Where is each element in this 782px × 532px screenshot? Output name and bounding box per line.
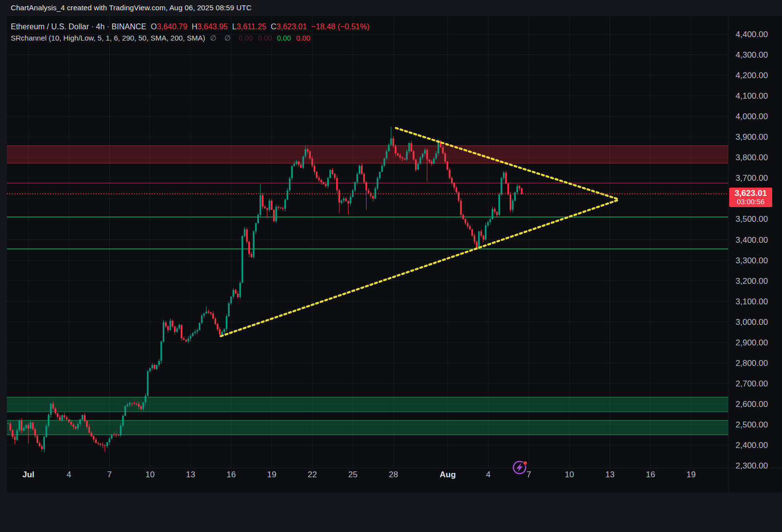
candle bbox=[298, 162, 299, 165]
candle bbox=[172, 321, 173, 327]
candle bbox=[253, 232, 254, 257]
candle bbox=[153, 365, 155, 369]
candle bbox=[419, 157, 421, 164]
candle bbox=[482, 235, 484, 239]
candle bbox=[467, 223, 468, 226]
price-axis-label: 2,700.00 bbox=[736, 379, 768, 388]
indicator-value-4: 0.00 bbox=[296, 34, 310, 42]
candle bbox=[487, 222, 489, 225]
price-axis-label: 3,800.00 bbox=[736, 153, 768, 162]
candle bbox=[388, 145, 390, 151]
ohlc-close-value: 3,623.01 bbox=[277, 22, 307, 31]
candle bbox=[192, 333, 194, 336]
candle bbox=[34, 429, 36, 436]
candle bbox=[147, 371, 149, 396]
candle bbox=[100, 444, 101, 445]
candle bbox=[88, 427, 90, 433]
candle bbox=[521, 188, 522, 193]
time-axis-label: 16 bbox=[646, 470, 655, 479]
stream-event-icon[interactable] bbox=[514, 461, 528, 474]
candle bbox=[72, 425, 74, 426]
candle bbox=[93, 436, 94, 440]
price-axis[interactable]: 4,400.004,300.004,200.004,100.004,000.00… bbox=[736, 30, 768, 470]
indicator-name[interactable]: SRchannel (10, High/Low, 5, 1, 6, 290, 5… bbox=[11, 34, 205, 42]
candle bbox=[492, 209, 493, 219]
candle bbox=[235, 290, 236, 294]
candle bbox=[19, 421, 20, 430]
time-axis-label: 19 bbox=[267, 470, 277, 479]
candle bbox=[406, 151, 408, 160]
candle bbox=[163, 322, 164, 341]
indicator-legend-row[interactable]: SRchannel (10, High/Low, 5, 1, 6, 290, 5… bbox=[11, 34, 310, 43]
tradingview-chart-widget: 4,400.004,300.004,200.004,100.004,000.00… bbox=[0, 0, 782, 532]
indicator-hidden-icons[interactable]: ∅ ∅ bbox=[210, 34, 234, 42]
time-axis-label: Aug bbox=[439, 470, 456, 479]
candle bbox=[399, 155, 401, 157]
symbol-title[interactable]: Ethereum / U.S. Dollar · 4h · BINANCE bbox=[11, 22, 146, 31]
price-axis-label: 3,300.00 bbox=[736, 256, 768, 265]
candle bbox=[133, 404, 135, 404]
candle bbox=[113, 435, 114, 435]
candle bbox=[122, 416, 124, 426]
candle bbox=[447, 162, 448, 170]
price-axis-label: 4,000.00 bbox=[736, 112, 768, 121]
candle bbox=[397, 153, 398, 155]
time-axis-label: 10 bbox=[565, 470, 574, 479]
candle bbox=[278, 207, 279, 207]
candle bbox=[246, 229, 247, 241]
candle bbox=[318, 178, 320, 180]
price-axis-label: 3,400.00 bbox=[736, 235, 768, 245]
candle bbox=[442, 147, 443, 153]
candle bbox=[52, 404, 54, 408]
candle bbox=[289, 178, 290, 191]
chart-canvas[interactable]: 4,400.004,300.004,200.004,100.004,000.00… bbox=[0, 0, 782, 532]
candle bbox=[384, 158, 385, 166]
candle bbox=[45, 426, 47, 437]
candle bbox=[321, 180, 322, 182]
lightning-icon bbox=[517, 463, 523, 472]
triangle-upper[interactable] bbox=[396, 128, 619, 199]
candle bbox=[415, 160, 416, 170]
candle bbox=[429, 160, 430, 162]
candle bbox=[392, 138, 394, 146]
candle bbox=[411, 143, 412, 151]
candle bbox=[314, 166, 315, 172]
candle bbox=[57, 413, 58, 417]
ohlc-open-label: O bbox=[151, 22, 156, 31]
time-axis[interactable]: Jul4710131619222528Aug4710131619 bbox=[22, 470, 696, 479]
candle bbox=[183, 338, 184, 340]
candle bbox=[424, 150, 426, 154]
candle bbox=[7, 424, 9, 424]
candle bbox=[59, 417, 61, 420]
candle bbox=[408, 143, 410, 151]
candle bbox=[124, 406, 126, 416]
price-axis-label: 3,900.00 bbox=[736, 132, 768, 142]
candle bbox=[379, 172, 380, 178]
candle bbox=[311, 158, 313, 166]
candle bbox=[61, 415, 63, 421]
candle bbox=[417, 164, 419, 170]
candle bbox=[503, 172, 504, 178]
candle bbox=[167, 326, 169, 330]
candle bbox=[104, 446, 106, 447]
candle bbox=[422, 154, 423, 158]
candle bbox=[469, 226, 471, 229]
candle bbox=[118, 435, 119, 436]
candle bbox=[158, 361, 160, 365]
candle bbox=[77, 424, 79, 428]
sr-zone-green bbox=[7, 397, 728, 412]
bar-countdown: 03:00:56 bbox=[737, 198, 764, 206]
last-price-value: 3,623.01 bbox=[735, 189, 767, 198]
candle bbox=[219, 329, 220, 335]
ohlc-open-value: 3,640.79 bbox=[157, 22, 187, 31]
candle bbox=[221, 332, 223, 335]
candle bbox=[156, 365, 157, 369]
last-price-badge: 3,623.01 03:00:56 bbox=[729, 188, 772, 207]
candle bbox=[462, 215, 464, 219]
candle bbox=[449, 170, 450, 178]
triangle-lower[interactable] bbox=[221, 200, 619, 336]
candle bbox=[325, 184, 326, 186]
candle bbox=[519, 186, 520, 188]
candle bbox=[212, 314, 214, 319]
symbol-legend-row[interactable]: Ethereum / U.S. Dollar · 4h · BINANCEO3,… bbox=[11, 22, 369, 31]
